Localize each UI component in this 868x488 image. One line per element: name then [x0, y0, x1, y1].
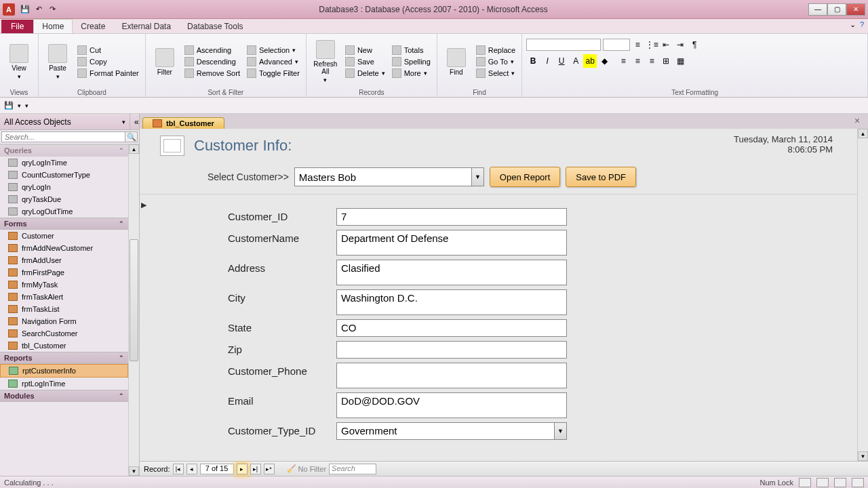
- address-input[interactable]: Clasified: [336, 260, 567, 285]
- nav-item-query[interactable]: qryTaskDue: [0, 193, 128, 205]
- save-icon[interactable]: 💾: [19, 3, 31, 16]
- filter-button[interactable]: Filter: [150, 39, 180, 85]
- new-record-button[interactable]: ▸*: [264, 464, 275, 474]
- customer-name-input[interactable]: Department Of Defense: [336, 230, 567, 256]
- nav-item-form[interactable]: frmMyTask: [0, 279, 128, 291]
- customer-id-input[interactable]: 7: [336, 208, 567, 226]
- align-center-button[interactable]: ≡: [631, 54, 644, 68]
- scroll-up-icon[interactable]: ▲: [858, 129, 868, 138]
- nav-item-report[interactable]: rptCustomerInfo: [0, 364, 128, 378]
- scroll-down-icon[interactable]: ▼: [858, 451, 868, 461]
- select-customer-combo[interactable]: Masters Bob ▼: [294, 167, 484, 186]
- customer-type-combo[interactable]: Government▼: [336, 422, 567, 440]
- save-record-button[interactable]: Save: [343, 56, 387, 67]
- align-right-button[interactable]: ≡: [645, 54, 658, 68]
- increase-indent-icon[interactable]: ⇥: [673, 38, 687, 52]
- state-input[interactable]: CO: [336, 319, 567, 337]
- delete-button[interactable]: Delete ▾: [343, 68, 387, 79]
- tab-home[interactable]: Home: [33, 19, 73, 33]
- highlight-button[interactable]: ab: [583, 54, 597, 68]
- nav-item-form[interactable]: frmTaskList: [0, 303, 128, 315]
- nav-item-form[interactable]: SearchCustomer: [0, 327, 128, 340]
- file-tab[interactable]: File: [1, 20, 33, 33]
- font-color-button[interactable]: A: [569, 54, 583, 68]
- selection-button[interactable]: Selection ▾: [245, 45, 302, 56]
- new-button[interactable]: New: [343, 45, 387, 56]
- tab-create[interactable]: Create: [73, 20, 113, 33]
- tab-database-tools[interactable]: Database Tools: [179, 20, 252, 33]
- nav-item-query[interactable]: CountCustomerType: [0, 169, 128, 181]
- scroll-up-icon[interactable]: ▲: [129, 144, 139, 154]
- decrease-indent-icon[interactable]: ⇤: [659, 38, 673, 52]
- gridlines-button[interactable]: ⊞: [659, 54, 673, 68]
- scroll-thumb[interactable]: [130, 239, 138, 361]
- close-document-button[interactable]: ×: [854, 115, 865, 126]
- nav-item-form[interactable]: frmAddUser: [0, 254, 128, 266]
- scroll-down-icon[interactable]: ▼: [129, 466, 139, 476]
- cut-button[interactable]: Cut: [75, 45, 141, 56]
- toggle-filter-button[interactable]: Toggle Filter: [245, 68, 302, 79]
- next-record-button[interactable]: ▸: [237, 464, 248, 474]
- nav-group-reports[interactable]: Reports⌃: [0, 352, 128, 364]
- more-button[interactable]: More ▾: [390, 68, 433, 79]
- record-position[interactable]: 7 of 15: [200, 464, 234, 474]
- document-tab[interactable]: tbl_Customer: [142, 117, 224, 129]
- select-button[interactable]: Select ▾: [474, 68, 517, 79]
- undo-icon[interactable]: ↶: [33, 3, 45, 16]
- save-icon[interactable]: 💾: [4, 101, 14, 110]
- layout-view-button[interactable]: [834, 478, 846, 487]
- form-view-button[interactable]: [799, 478, 811, 487]
- goto-button[interactable]: Go To ▾: [474, 56, 517, 67]
- ltr-icon[interactable]: ¶: [688, 38, 701, 52]
- view-button[interactable]: View▾: [4, 39, 34, 85]
- first-record-button[interactable]: |◂: [173, 464, 184, 474]
- copy-button[interactable]: Copy: [75, 56, 141, 67]
- nav-item-report[interactable]: rptLogInTime: [0, 378, 128, 390]
- save-to-pdf-button[interactable]: Save to PDF: [566, 167, 636, 187]
- nav-item-query[interactable]: qryLogIn: [0, 181, 128, 193]
- replace-button[interactable]: Replace: [474, 45, 517, 56]
- nav-group-queries[interactable]: Queries⌃: [0, 144, 128, 157]
- descending-button[interactable]: Descending: [182, 56, 242, 67]
- nav-item-form[interactable]: Navigation Form: [0, 315, 128, 327]
- nav-item-form[interactable]: frmAddNewCustomer: [0, 242, 128, 254]
- refresh-all-button[interactable]: Refresh All▾: [311, 39, 340, 85]
- zip-input[interactable]: [336, 341, 567, 359]
- minimize-ribbon-icon[interactable]: ⌄: [850, 20, 856, 29]
- email-input[interactable]: DoD@DOD.GOV: [336, 392, 567, 418]
- dropdown-icon[interactable]: ▼: [471, 168, 484, 186]
- bold-button[interactable]: B: [526, 54, 540, 68]
- remove-sort-button[interactable]: Remove Sort: [182, 68, 242, 79]
- nav-scrollbar[interactable]: ▲ ▼: [128, 144, 139, 476]
- last-record-button[interactable]: ▸|: [250, 464, 261, 474]
- nav-item-query[interactable]: qryLogInTime: [0, 157, 128, 169]
- minimize-button[interactable]: —: [808, 3, 827, 16]
- nav-item-form[interactable]: frmFirstPage: [0, 266, 128, 279]
- phone-input[interactable]: [336, 363, 567, 388]
- numbering-icon[interactable]: ⋮≡: [645, 38, 658, 52]
- nav-header-dropdown-icon[interactable]: ▾: [122, 119, 125, 125]
- open-report-button[interactable]: Open Report: [490, 167, 560, 187]
- format-painter-button[interactable]: Format Painter: [75, 68, 141, 79]
- record-search-input[interactable]: Search: [329, 464, 376, 474]
- city-input[interactable]: Washington D.C.: [336, 289, 567, 315]
- font-name-combo[interactable]: [526, 39, 601, 51]
- fill-color-button[interactable]: ◆: [597, 54, 611, 68]
- underline-button[interactable]: U: [555, 54, 568, 68]
- nav-search-input[interactable]: [1, 131, 125, 142]
- prev-record-button[interactable]: ◂: [186, 464, 197, 474]
- ascending-button[interactable]: Ascending: [182, 45, 242, 56]
- redo-icon[interactable]: ↷: [46, 3, 58, 16]
- record-selector-icon[interactable]: ▶: [141, 201, 151, 210]
- advanced-button[interactable]: Advanced ▾: [245, 56, 302, 67]
- datasheet-view-button[interactable]: [816, 478, 829, 487]
- align-left-button[interactable]: ≡: [616, 54, 630, 68]
- nav-header[interactable]: All Access Objects ▾: [0, 114, 130, 130]
- nav-collapse-button[interactable]: «: [130, 114, 139, 130]
- font-size-combo[interactable]: [603, 39, 630, 51]
- close-button[interactable]: ✕: [846, 3, 865, 16]
- nav-item-query[interactable]: qryLogOutTime: [0, 205, 128, 218]
- toolbar-dropdown2-icon[interactable]: ▾: [25, 102, 28, 109]
- design-view-button[interactable]: [852, 478, 864, 487]
- form-scrollbar[interactable]: ▲ ▼: [857, 129, 868, 461]
